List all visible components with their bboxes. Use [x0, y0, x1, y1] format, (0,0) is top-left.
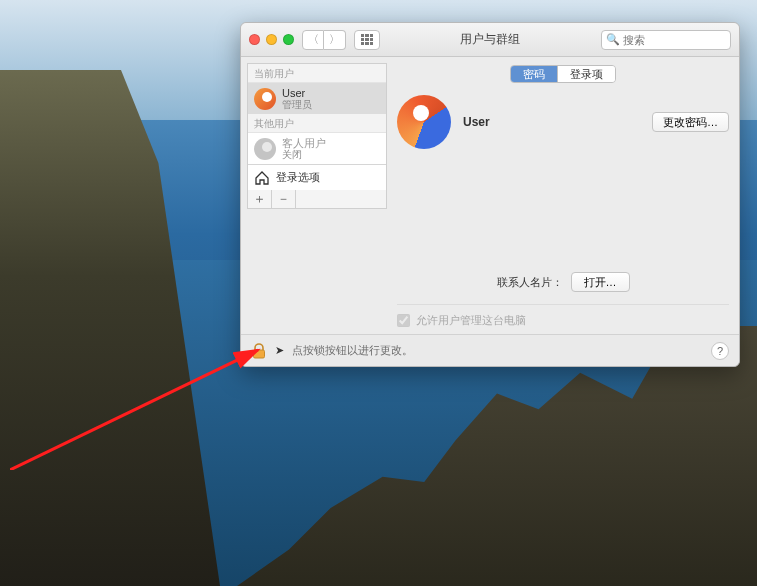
desktop-wallpaper: 〈 〉 用户与群组 🔍 当前用户: [0, 0, 757, 586]
search-icon: 🔍: [606, 33, 620, 46]
search-field[interactable]: 🔍: [601, 30, 731, 50]
svg-rect-0: [254, 350, 265, 358]
allow-admin-checkbox: [397, 314, 410, 327]
system-preferences-window: 〈 〉 用户与群组 🔍 当前用户: [240, 22, 740, 367]
nav-buttons: 〈 〉: [302, 30, 346, 50]
allow-admin-row: 允许用户管理这台电脑: [397, 304, 729, 328]
contacts-card-label: 联系人名片：: [497, 275, 563, 290]
user-name: 客人用户: [282, 137, 326, 149]
change-password-button[interactable]: 更改密码…: [652, 112, 729, 132]
sidebar-item-current-user[interactable]: User 管理员: [248, 83, 386, 114]
profile-username: User: [463, 115, 490, 129]
tab-password[interactable]: 密码: [511, 66, 557, 82]
user-meta: 客人用户 关闭: [282, 137, 326, 160]
sidebar-item-guest-user[interactable]: 客人用户 关闭: [248, 133, 386, 164]
avatar: [254, 138, 276, 160]
back-button[interactable]: 〈: [302, 30, 324, 50]
other-users-section-label: 其他用户: [248, 114, 386, 133]
tab-login-items[interactable]: 登录项: [557, 66, 615, 82]
search-input[interactable]: [623, 34, 757, 46]
segmented-control: 密码 登录项: [510, 65, 616, 83]
window-body: 当前用户 User 管理员 其他用户 客人用户: [241, 57, 739, 366]
content-area: 当前用户 User 管理员 其他用户 客人用户: [241, 57, 739, 334]
detail-spacer: [397, 149, 729, 272]
login-options-label: 登录选项: [276, 170, 320, 185]
current-user-section-label: 当前用户: [248, 64, 386, 83]
grid-icon: [361, 34, 373, 46]
lock-hint-text: 点按锁按钮以进行更改。: [292, 343, 413, 358]
users-sidebar: 当前用户 User 管理员 其他用户 客人用户: [247, 63, 387, 190]
house-icon: [254, 171, 270, 185]
titlebar: 〈 〉 用户与群组 🔍: [241, 23, 739, 57]
footer: ➤ 点按锁按钮以进行更改。 ?: [241, 334, 739, 366]
login-options-button[interactable]: 登录选项: [248, 164, 386, 190]
minimize-window-button[interactable]: [266, 34, 277, 45]
open-contacts-card-button[interactable]: 打开…: [571, 272, 630, 292]
chevron-right-icon: 〉: [329, 32, 340, 47]
window-title: 用户与群组: [460, 31, 520, 48]
help-button[interactable]: ?: [711, 342, 729, 360]
lock-button[interactable]: [249, 341, 269, 361]
detail-pane: 密码 登录项 User 更改密码… 联系人名片： 打开…: [387, 57, 739, 334]
close-window-button[interactable]: [249, 34, 260, 45]
tab-bar: 密码 登录项: [397, 65, 729, 83]
remove-user-button[interactable]: －: [272, 190, 296, 208]
add-remove-row: ＋ －: [247, 190, 387, 209]
avatar: [254, 88, 276, 110]
cursor-icon: ➤: [275, 344, 284, 357]
zoom-window-button[interactable]: [283, 34, 294, 45]
contacts-card-row: 联系人名片： 打开…: [397, 272, 729, 292]
traffic-lights: [249, 34, 294, 45]
profile-row: User 更改密码…: [397, 95, 729, 149]
user-status: 关闭: [282, 149, 326, 160]
user-meta: User 管理员: [282, 87, 312, 110]
profile-avatar[interactable]: [397, 95, 451, 149]
chevron-left-icon: 〈: [308, 32, 319, 47]
allow-admin-label: 允许用户管理这台电脑: [416, 313, 526, 328]
user-name: User: [282, 87, 312, 99]
add-user-button[interactable]: ＋: [248, 190, 272, 208]
lock-icon: [250, 342, 268, 360]
forward-button[interactable]: 〉: [324, 30, 346, 50]
user-role: 管理员: [282, 99, 312, 110]
show-all-button[interactable]: [354, 30, 380, 50]
